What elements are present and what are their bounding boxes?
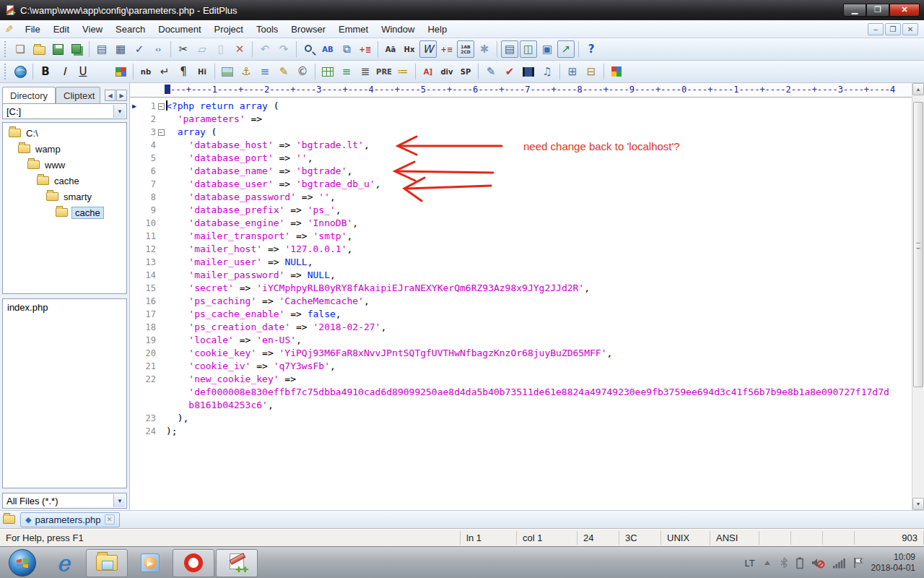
menu-view[interactable]: View bbox=[76, 22, 109, 37]
cliptext-window-button[interactable]: ▤ bbox=[501, 40, 518, 58]
code-line-7[interactable]: 7 'database_user' => 'bgtrade_db_u', bbox=[130, 178, 924, 191]
menu-window[interactable]: Window bbox=[375, 22, 421, 37]
code-line-18[interactable]: 18 'ps_creation_date' => '2018-02-27', bbox=[130, 321, 924, 334]
center-tag-button[interactable]: ≣ bbox=[357, 63, 374, 80]
bold-button[interactable]: B bbox=[37, 63, 54, 80]
nonbreaking-space-button[interactable]: nb bbox=[137, 63, 154, 80]
toolbar-handle-2[interactable] bbox=[4, 64, 7, 79]
code-line-2[interactable]: 2 'parameters' => bbox=[130, 113, 924, 126]
user-tool-button[interactable] bbox=[608, 63, 625, 80]
code-line-5[interactable]: 5 'database_port' => '', bbox=[130, 152, 924, 165]
preferences-button[interactable]: ✱ bbox=[476, 40, 493, 58]
print-preview-button[interactable]: ▤ bbox=[93, 40, 110, 58]
code-line-10[interactable]: 10 'database_engine' => 'InnoDB', bbox=[130, 217, 924, 230]
anchor-tag-button[interactable]: ⚓ bbox=[237, 63, 255, 80]
tree-item-www[interactable]: www bbox=[3, 157, 126, 173]
underline-button[interactable]: U bbox=[74, 63, 92, 80]
replace-button[interactable]: AB bbox=[319, 40, 336, 58]
ordered-list-button[interactable]: ≔ bbox=[394, 63, 411, 80]
code-line-21[interactable]: 21 'cookie_iv' => 'q7Y3wsFb', bbox=[130, 360, 924, 373]
save-file-button[interactable] bbox=[49, 40, 66, 58]
table-tag-button[interactable] bbox=[319, 63, 336, 80]
toggle-bookmark-button[interactable]: +≣ bbox=[357, 40, 374, 58]
code-line-4[interactable]: 4 'database_host' => 'bgtrade.lt', bbox=[130, 139, 924, 152]
chevron-down-icon[interactable]: ▼ bbox=[113, 494, 126, 507]
span-tag-button[interactable]: SP bbox=[457, 63, 474, 80]
bluetooth-icon[interactable] bbox=[780, 557, 788, 569]
validate-html-button[interactable]: ✔ bbox=[501, 63, 518, 80]
code-line-6[interactable]: 6 'database_name' => 'bgtrade', bbox=[130, 165, 924, 178]
code-line-3[interactable]: 3− array ( bbox=[130, 126, 924, 139]
image-tag-button[interactable] bbox=[219, 63, 236, 80]
scrollbar-thumb[interactable] bbox=[913, 102, 923, 387]
horizontal-rule-button[interactable]: ≡ bbox=[256, 63, 274, 80]
color-picker-button[interactable] bbox=[112, 63, 129, 80]
tray-expand-icon[interactable] bbox=[762, 558, 772, 567]
doc-restore-button[interactable]: ❐ bbox=[885, 23, 901, 35]
taskbar-windows-explorer[interactable] bbox=[86, 549, 128, 577]
code-line-19[interactable]: 19 'locale' => 'en-US', bbox=[130, 334, 924, 347]
movie-tag-button[interactable] bbox=[520, 63, 537, 80]
menu-document[interactable]: Document bbox=[152, 22, 207, 37]
code-line-17[interactable]: 17 'ps_cache_enable' => false, bbox=[130, 308, 924, 321]
network-signal-icon[interactable] bbox=[832, 558, 845, 569]
code-line-15[interactable]: 15 'secret' => 'iYCMphpyRLB0yRY8fAkaipiE… bbox=[130, 282, 924, 295]
vertical-scrollbar[interactable]: ▲ ▼ bbox=[912, 83, 924, 510]
tree-item-c[interactable]: C:\ bbox=[3, 125, 126, 141]
italic-button[interactable]: I bbox=[56, 63, 73, 80]
code-line-wrap[interactable]: b8161b04253c6', bbox=[130, 399, 924, 412]
spell-check-button[interactable]: ✓ bbox=[131, 40, 148, 58]
restore-button[interactable]: ❐ bbox=[866, 4, 889, 17]
tab-cliptext[interactable]: Cliptext bbox=[56, 87, 100, 103]
copy-button[interactable]: ▱ bbox=[193, 40, 211, 58]
tab-directory[interactable]: Directory bbox=[2, 87, 56, 103]
toolbar-handle[interactable] bbox=[4, 41, 7, 57]
scroll-up-icon[interactable]: ▲ bbox=[912, 83, 924, 95]
code-line-11[interactable]: 11 'mailer_transport' => 'smtp', bbox=[130, 230, 924, 243]
file-item-index-php[interactable]: index.php bbox=[7, 302, 122, 316]
taskbar-opera[interactable] bbox=[173, 549, 214, 577]
battery-icon[interactable] bbox=[796, 557, 804, 569]
code-line-12[interactable]: 12 'mailer_host' => '127.0.0.1', bbox=[130, 243, 924, 256]
code-view[interactable]: ▶1−<?php return array (2 'parameters' =>… bbox=[130, 98, 924, 438]
hex-viewer-button[interactable]: Hx bbox=[401, 40, 418, 58]
form-field-button[interactable]: ⊟ bbox=[583, 63, 600, 80]
scroll-down-icon[interactable]: ▼ bbox=[912, 498, 924, 510]
font-color-button[interactable] bbox=[93, 63, 110, 80]
chevron-down-icon[interactable]: ▼ bbox=[113, 105, 126, 118]
form-tag-button[interactable]: ⊞ bbox=[564, 63, 581, 80]
set-font-button[interactable]: Aā bbox=[382, 40, 399, 58]
menu-file[interactable]: File bbox=[19, 22, 47, 37]
menu-project[interactable]: Project bbox=[208, 22, 250, 37]
tab-close-icon[interactable]: ✕ bbox=[105, 514, 115, 525]
minimize-button[interactable]: ▁ bbox=[843, 4, 866, 17]
menu-edit[interactable]: Edit bbox=[47, 22, 76, 37]
list-tag-button[interactable]: ≡ bbox=[338, 63, 355, 80]
quick-edit-button[interactable]: ✎ bbox=[482, 63, 500, 80]
tree-item-smarty[interactable]: smarty bbox=[3, 189, 126, 204]
close-button[interactable]: ✕ bbox=[889, 4, 920, 17]
delete-button[interactable]: ✕ bbox=[231, 40, 248, 58]
tree-item-cache[interactable]: cache bbox=[3, 173, 126, 189]
heading-tag-button[interactable]: Hi bbox=[193, 63, 211, 80]
browser-new-window-button[interactable]: ↗ bbox=[557, 40, 575, 58]
music-tag-button[interactable]: ♫ bbox=[539, 63, 556, 80]
editor-area[interactable]: ---+----1----+----2----+----3----+----4-… bbox=[130, 83, 924, 510]
code-line-8[interactable]: 8 'database_password' => '', bbox=[130, 191, 924, 204]
tree-item-wamp[interactable]: wamp bbox=[3, 141, 126, 157]
fold-toggle-icon[interactable]: − bbox=[156, 126, 166, 139]
menu-search[interactable]: Search bbox=[109, 22, 152, 37]
code-line-9[interactable]: 9 'database_prefix' => 'ps_', bbox=[130, 204, 924, 217]
code-line-24[interactable]: 24); bbox=[130, 425, 924, 438]
pre-tag-button[interactable]: PRE bbox=[375, 63, 393, 80]
special-character-button[interactable]: © bbox=[294, 63, 311, 80]
tab-scroll-right-icon[interactable]: ▶ bbox=[116, 90, 127, 101]
auto-indent-button[interactable]: +≡ bbox=[438, 40, 456, 58]
menu-tools[interactable]: Tools bbox=[250, 22, 284, 37]
drive-selector[interactable]: [C:] ▼ bbox=[2, 103, 127, 119]
code-line-13[interactable]: 13 'mailer_user' => NULL, bbox=[130, 256, 924, 269]
find-in-files-button[interactable]: ⧉ bbox=[338, 40, 355, 58]
file-filter-selector[interactable]: All Files (*.*) ▼ bbox=[2, 493, 127, 509]
document-tab-parameters[interactable]: ◆ parameters.php ✕ bbox=[20, 512, 120, 527]
taskbar-clock[interactable]: 10:09 2018-04-01 bbox=[871, 552, 915, 574]
